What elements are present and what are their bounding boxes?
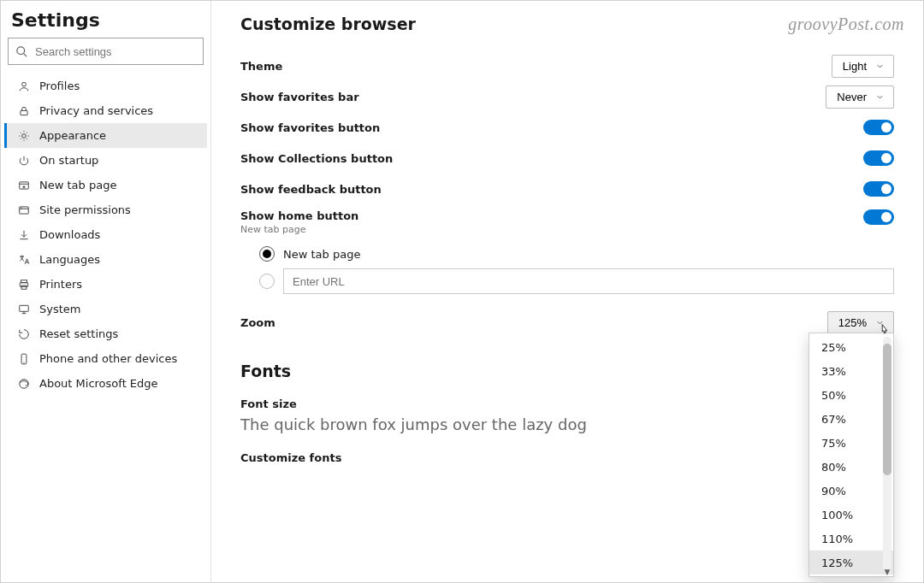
svg-point-11 (21, 207, 22, 208)
favorites-bar-dropdown[interactable]: Never (826, 85, 894, 109)
favorites-button-toggle[interactable] (863, 120, 894, 135)
newtab-icon (17, 180, 31, 191)
zoom-option[interactable]: 67% (809, 407, 893, 431)
site-icon (17, 204, 31, 216)
home-newtab-label: New tab page (283, 248, 360, 261)
svg-rect-15 (21, 286, 27, 289)
printer-icon (17, 279, 31, 291)
sidebar-item-label: Languages (39, 253, 100, 266)
svg-line-1 (23, 53, 27, 56)
sidebar-item-label: Site permissions (39, 203, 131, 216)
zoom-label: Zoom (240, 316, 275, 329)
customize-fonts-label[interactable]: Customize fonts (240, 451, 341, 464)
sidebar-item-about-microsoft-edge[interactable]: About Microsoft Edge (4, 371, 207, 396)
scrollbar-thumb[interactable] (883, 344, 891, 475)
zoom-option[interactable]: 50% (809, 383, 893, 407)
search-icon (15, 45, 28, 58)
settings-sidebar: Settings ProfilesPrivacy and servicesApp… (1, 1, 211, 582)
sidebar-item-on-startup[interactable]: On startup (4, 148, 207, 173)
font-size-label: Font size (240, 398, 297, 410)
download-icon (17, 229, 31, 241)
sidebar-item-label: Reset settings (39, 327, 118, 340)
zoom-option[interactable]: 100% (809, 503, 893, 527)
sidebar-item-languages[interactable]: Languages (4, 247, 207, 272)
home-url-input[interactable] (283, 268, 894, 294)
sidebar-item-new-tab-page[interactable]: New tab page (4, 173, 207, 197)
sidebar-item-system[interactable]: System (4, 297, 207, 321)
sidebar-item-label: About Microsoft Edge (39, 377, 158, 390)
svg-point-4 (22, 133, 27, 138)
home-newtab-radio[interactable] (259, 246, 275, 262)
sidebar-item-label: On startup (39, 154, 98, 167)
favorites-button-label: Show favorites button (240, 121, 380, 134)
sidebar-item-privacy-and-services[interactable]: Privacy and services (4, 98, 207, 123)
sidebar-item-label: Appearance (39, 129, 106, 142)
font-sample: The quick brown fox jumps over the lazy … (240, 410, 587, 433)
sidebar-item-phone-and-other-devices[interactable]: Phone and other devices (4, 346, 207, 371)
cursor-pointer-icon (876, 321, 890, 339)
feedback-button-toggle[interactable] (863, 181, 894, 197)
sidebar-item-reset-settings[interactable]: Reset settings (4, 321, 207, 346)
theme-dropdown[interactable]: Light (832, 55, 894, 78)
home-button-label: Show home button (240, 209, 358, 222)
settings-nav: ProfilesPrivacy and servicesAppearanceOn… (4, 74, 207, 396)
person-icon (17, 80, 31, 92)
collections-button-label: Show Collections button (240, 152, 393, 165)
sidebar-item-profiles[interactable]: Profiles (4, 74, 207, 98)
sidebar-item-label: Phone and other devices (39, 352, 177, 365)
sidebar-item-label: New tab page (39, 179, 116, 191)
edge-icon (17, 378, 31, 390)
settings-title: Settings (4, 9, 207, 38)
collections-button-toggle[interactable] (863, 150, 894, 166)
zoom-options-list: 25%33%50%67%75%80%90%100%110%125% ▲ ▼ (808, 333, 894, 577)
chevron-down-icon (875, 92, 885, 102)
phone-icon (17, 353, 31, 365)
languages-icon (17, 254, 31, 266)
sidebar-item-site-permissions[interactable]: Site permissions (4, 197, 207, 222)
sidebar-item-printers[interactable]: Printers (4, 272, 207, 297)
appearance-icon (17, 130, 31, 142)
zoom-option[interactable]: 110% (809, 527, 893, 551)
settings-main: groovyPost.com Customize browser Theme L… (211, 1, 923, 582)
feedback-button-label: Show feedback button (240, 183, 382, 196)
reset-icon (17, 328, 31, 340)
watermark: groovyPost.com (788, 15, 904, 34)
zoom-option[interactable]: 90% (809, 479, 893, 503)
home-url-radio[interactable] (259, 274, 275, 289)
zoom-option[interactable]: 25% (809, 335, 893, 359)
zoom-value: 125% (838, 316, 867, 329)
svg-rect-16 (20, 305, 29, 311)
svg-point-2 (22, 82, 27, 86)
sidebar-item-label: Downloads (39, 228, 100, 241)
sidebar-item-appearance[interactable]: Appearance (4, 123, 207, 148)
zoom-option[interactable]: 33% (809, 359, 893, 383)
home-button-sublabel: New tab page (240, 224, 358, 235)
favorites-bar-value: Never (837, 91, 867, 103)
power-icon (17, 155, 31, 167)
sidebar-item-label: Printers (39, 278, 82, 291)
sidebar-item-downloads[interactable]: Downloads (4, 222, 207, 247)
fonts-heading: Fonts (240, 362, 894, 380)
sidebar-item-label: Privacy and services (39, 104, 153, 117)
search-input-wrap[interactable] (8, 38, 204, 65)
lock-icon (17, 105, 31, 117)
theme-value: Light (843, 60, 867, 73)
sidebar-item-label: System (39, 303, 80, 315)
zoom-option[interactable]: 80% (809, 455, 893, 479)
svg-point-0 (17, 46, 25, 54)
theme-label: Theme (240, 60, 282, 73)
favorites-bar-label: Show favorites bar (240, 91, 359, 103)
sidebar-item-label: Profiles (39, 80, 80, 92)
zoom-option[interactable]: 125% (809, 551, 893, 574)
zoom-option[interactable]: 75% (809, 431, 893, 455)
search-input[interactable] (35, 45, 196, 58)
svg-rect-9 (20, 206, 29, 213)
scroll-down-arrow[interactable]: ▼ (884, 568, 891, 574)
home-button-toggle[interactable] (863, 209, 894, 225)
chevron-down-icon (875, 62, 885, 71)
system-icon (17, 303, 31, 315)
svg-rect-3 (21, 110, 27, 115)
